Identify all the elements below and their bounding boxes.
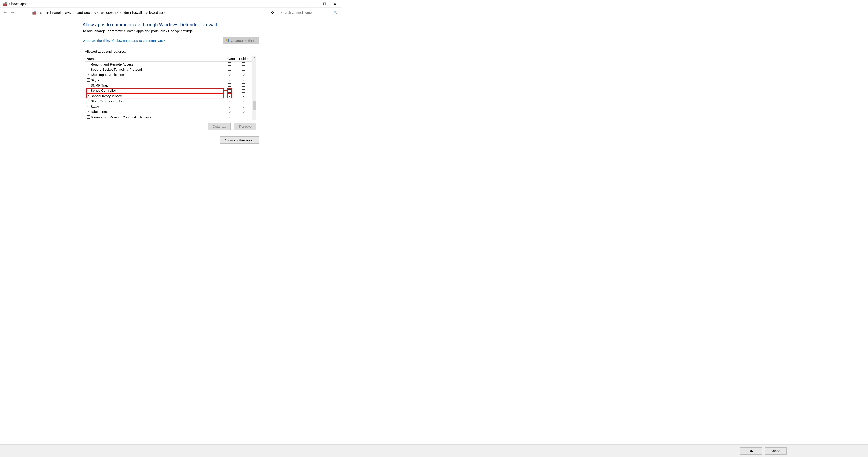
row-private-checkbox[interactable]: [223, 115, 237, 119]
search-box[interactable]: 🔍: [278, 9, 339, 16]
recent-dropdown[interactable]: ⌄: [17, 9, 23, 16]
table-row[interactable]: SNMP Trap: [85, 83, 252, 88]
firewall-icon: [32, 10, 37, 15]
row-name: Sway: [91, 105, 223, 108]
row-public-checkbox[interactable]: [237, 89, 251, 93]
table-row[interactable]: Teamviewer Remote Control Application: [85, 115, 252, 120]
list-header: Name Private Public: [85, 56, 252, 62]
navbar: ← → ⌄ ↑ › Control Panel› System and Secu…: [0, 7, 341, 18]
table-row[interactable]: Sonos Controller: [85, 88, 252, 93]
back-button[interactable]: ←: [2, 9, 8, 16]
refresh-button[interactable]: ⟳: [269, 9, 276, 16]
apps-list: Name Private Public Routing and Remote A…: [85, 56, 256, 120]
search-input[interactable]: [280, 11, 333, 14]
breadcrumb[interactable]: System and Security›: [64, 11, 99, 14]
row-public-checkbox[interactable]: [237, 105, 251, 109]
shield-icon: [226, 38, 230, 43]
table-row[interactable]: Take a Test: [85, 109, 252, 115]
content: Allow apps to communicate through Window…: [0, 18, 341, 144]
scroll-thumb[interactable]: [253, 101, 256, 110]
row-name: Take a Test: [91, 110, 223, 113]
row-private-checkbox[interactable]: [223, 68, 237, 71]
row-name: SNMP Trap: [91, 84, 223, 87]
row-name: Skype: [91, 78, 223, 82]
row-public-checkbox[interactable]: [237, 78, 251, 82]
column-name[interactable]: Name: [87, 57, 223, 61]
row-private-checkbox[interactable]: [223, 73, 237, 77]
table-row[interactable]: Sway: [85, 104, 252, 109]
address-bar[interactable]: › Control Panel› System and Security› Wi…: [31, 9, 268, 16]
breadcrumb[interactable]: Control Panel›: [39, 11, 63, 14]
row-name: Sonos Controller: [91, 89, 223, 92]
row-private-checkbox[interactable]: [223, 84, 237, 87]
row-private-checkbox[interactable]: [223, 110, 237, 114]
page-subtext: To add, change, or remove allowed apps a…: [83, 29, 259, 33]
row-public-checkbox[interactable]: [237, 68, 251, 71]
row-public-checkbox[interactable]: [237, 62, 251, 66]
row-enable-checkbox[interactable]: [87, 100, 90, 103]
breadcrumb[interactable]: Windows Defender Firewall›: [99, 11, 144, 14]
row-private-checkbox[interactable]: [223, 62, 237, 66]
group-label: Allowed apps and features:: [85, 50, 256, 53]
row-private-checkbox[interactable]: [223, 105, 237, 109]
scroll-down-icon[interactable]: ˅: [252, 116, 256, 120]
titlebar: Allowed apps — ☐ ✕: [0, 0, 341, 7]
row-private-checkbox[interactable]: [223, 89, 237, 93]
up-button[interactable]: ↑: [24, 9, 30, 16]
row-name: Secure Socket Tunneling Protocol: [91, 68, 223, 71]
row-public-checkbox[interactable]: [237, 84, 251, 87]
minimize-button[interactable]: —: [309, 0, 319, 7]
row-name: Teamviewer Remote Control Application: [91, 115, 223, 119]
firewall-icon: [2, 2, 7, 6]
row-public-checkbox[interactable]: [237, 99, 251, 103]
table-row[interactable]: Skype: [85, 77, 252, 83]
breadcrumb[interactable]: Allowed apps: [145, 11, 167, 14]
page-title: Allow apps to communicate through Window…: [83, 22, 259, 27]
table-row[interactable]: Secure Socket Tunneling Protocol: [85, 67, 252, 72]
row-enable-checkbox[interactable]: [87, 84, 90, 87]
row-enable-checkbox[interactable]: [87, 78, 90, 81]
close-button[interactable]: ✕: [330, 0, 340, 7]
groupbox-allowed-apps: Allowed apps and features: Name Private …: [83, 47, 259, 132]
chevron-right-icon: ›: [37, 11, 38, 14]
table-row[interactable]: SonosLibraryService: [85, 93, 252, 99]
row-name: Routing and Remote Access: [91, 62, 223, 66]
row-enable-checkbox[interactable]: [87, 73, 90, 76]
row-private-checkbox[interactable]: [223, 94, 237, 98]
window-title: Allowed apps: [8, 2, 27, 6]
row-enable-checkbox[interactable]: [87, 116, 90, 119]
table-row[interactable]: Store Experience Host: [85, 98, 252, 104]
row-enable-checkbox[interactable]: [87, 63, 90, 66]
remove-button[interactable]: Remove: [234, 123, 256, 130]
row-name: SonosLibraryService: [91, 94, 223, 98]
column-public[interactable]: Public: [237, 57, 251, 61]
change-settings-label: Change settings: [231, 39, 255, 42]
maximize-button[interactable]: ☐: [319, 0, 330, 7]
row-enable-checkbox[interactable]: [87, 110, 90, 113]
change-settings-button[interactable]: Change settings: [223, 37, 259, 44]
row-enable-checkbox[interactable]: [87, 94, 90, 97]
row-public-checkbox[interactable]: [237, 115, 251, 119]
row-public-checkbox[interactable]: [237, 94, 251, 98]
row-name: Store Experience Host: [91, 99, 223, 103]
row-enable-checkbox[interactable]: [87, 68, 90, 71]
forward-button[interactable]: →: [9, 9, 16, 16]
table-row[interactable]: Shell Input Application: [85, 72, 252, 77]
address-dropdown[interactable]: ⌄: [263, 11, 267, 14]
row-private-checkbox[interactable]: [223, 78, 237, 82]
search-icon: 🔍: [333, 11, 337, 14]
row-private-checkbox[interactable]: [223, 99, 237, 103]
column-private[interactable]: Private: [223, 57, 237, 61]
table-row[interactable]: Routing and Remote Access: [85, 62, 252, 67]
row-public-checkbox[interactable]: [237, 73, 251, 77]
row-public-checkbox[interactable]: [237, 110, 251, 114]
row-name: Shell Input Application: [91, 73, 223, 76]
scrollbar[interactable]: ˄ ˅: [252, 56, 256, 120]
allow-another-app-button[interactable]: Allow another app...: [220, 136, 259, 144]
risks-link[interactable]: What are the risks of allowing an app to…: [83, 39, 165, 42]
row-enable-checkbox[interactable]: [87, 89, 90, 92]
scroll-up-icon[interactable]: ˄: [252, 56, 256, 60]
details-button[interactable]: Details...: [208, 123, 230, 130]
row-enable-checkbox[interactable]: [87, 105, 90, 108]
